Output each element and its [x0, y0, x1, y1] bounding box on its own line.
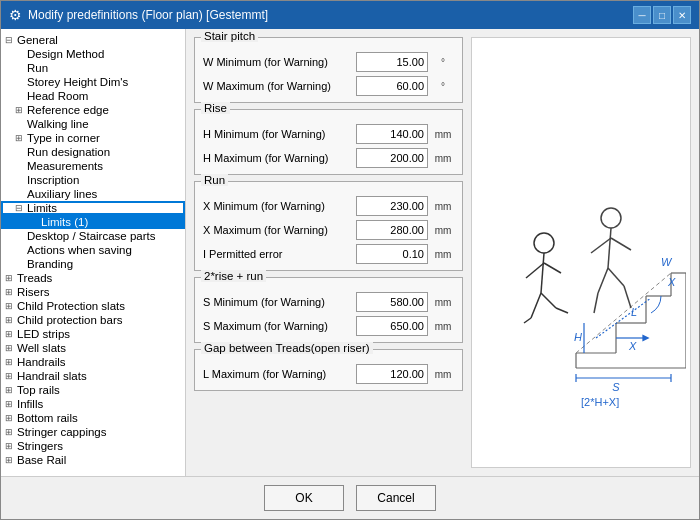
tree-item-storey-height[interactable]: Storey Height Dim's	[1, 75, 185, 89]
tree-item-limits[interactable]: ⊟Limits	[1, 201, 185, 215]
gap-input-0[interactable]	[356, 364, 428, 384]
tree-item-handrails[interactable]: ⊞Handrails	[1, 355, 185, 369]
tree-item-auxiliary-lines[interactable]: Auxiliary lines	[1, 187, 185, 201]
tree-item-base-rail[interactable]: ⊞Base Rail	[1, 453, 185, 467]
tree-item-measurements[interactable]: Measurements	[1, 159, 185, 173]
tree-item-actions[interactable]: Actions when saving	[1, 243, 185, 257]
twice-rise-input-0[interactable]	[356, 292, 428, 312]
cancel-button[interactable]: Cancel	[356, 485, 436, 511]
stair-pitch-unit-0: °	[432, 57, 454, 68]
tree-label-desktop: Desktop / Staircase parts	[27, 230, 155, 242]
tree-label-treads: Treads	[17, 272, 52, 284]
twice-rise-label-1: S Maximum (for Warning)	[203, 320, 352, 332]
gap-unit-0: mm	[432, 369, 454, 380]
tree-item-head-room[interactable]: Head Room	[1, 89, 185, 103]
twice-rise-unit-1: mm	[432, 321, 454, 332]
tree-item-top-rails[interactable]: ⊞Top rails	[1, 383, 185, 397]
stair-pitch-label-0: W Minimum (for Warning)	[203, 56, 352, 68]
tree-label-led-strips: LED strips	[17, 328, 70, 340]
tree-item-walking-line[interactable]: Walking line	[1, 117, 185, 131]
tree-label-head-room: Head Room	[27, 90, 88, 102]
twice-rise-unit-0: mm	[432, 297, 454, 308]
title-bar-left: ⚙ Modify predefinitions (Floor plan) [Ge…	[9, 7, 268, 23]
stair-pitch-input-0[interactable]	[356, 52, 428, 72]
minimize-button[interactable]: ─	[633, 6, 651, 24]
rise-title: Rise	[201, 102, 230, 114]
run-row-2: I Permitted error mm	[203, 244, 454, 264]
tree-item-run-designation[interactable]: Run designation	[1, 145, 185, 159]
tree-label-well-slats: Well slats	[17, 342, 66, 354]
rise-input-0[interactable]	[356, 124, 428, 144]
expand-icon-general: ⊟	[5, 35, 15, 45]
rise-unit-1: mm	[432, 153, 454, 164]
window-icon: ⚙	[9, 7, 22, 23]
expand-icon-top-rails: ⊞	[5, 385, 15, 395]
tree-item-reference-edge[interactable]: ⊞Reference edge	[1, 103, 185, 117]
tree-item-general[interactable]: ⊟General	[1, 33, 185, 47]
svg-text:S: S	[612, 381, 620, 393]
tree-label-actions: Actions when saving	[27, 244, 132, 256]
svg-rect-0	[476, 98, 686, 408]
tree-item-stringer-cappings[interactable]: ⊞Stringer cappings	[1, 425, 185, 439]
gap-label-0: L Maximum (for Warning)	[203, 368, 352, 380]
twice-rise-input-1[interactable]	[356, 316, 428, 336]
tree-label-top-rails: Top rails	[17, 384, 60, 396]
tree-label-stringers: Stringers	[17, 440, 63, 452]
run-input-1[interactable]	[356, 220, 428, 240]
expand-icon-treads: ⊞	[5, 273, 15, 283]
tree-panel: ⊟GeneralDesign MethodRunStorey Height Di…	[1, 29, 186, 476]
expand-icon-led-strips: ⊞	[5, 329, 15, 339]
tree-item-limits-1[interactable]: Limits (1)	[1, 215, 185, 229]
rise-input-1[interactable]	[356, 148, 428, 168]
svg-text:[2*H+X]: [2*H+X]	[581, 396, 619, 408]
run-label-0: X Minimum (for Warning)	[203, 200, 352, 212]
tree-item-child-protection[interactable]: ⊞Child Protection slats	[1, 299, 185, 313]
tree-label-handrails: Handrails	[17, 356, 66, 368]
diagram-area: X H W X L S [2	[471, 37, 691, 468]
tree-item-handrail-slats[interactable]: ⊞Handrail slats	[1, 369, 185, 383]
svg-text:X: X	[628, 340, 637, 352]
expand-icon-infills: ⊞	[5, 399, 15, 409]
stair-pitch-label-1: W Maximum (for Warning)	[203, 80, 352, 92]
content-area: ⊟GeneralDesign MethodRunStorey Height Di…	[1, 29, 699, 476]
tree-item-desktop[interactable]: Desktop / Staircase parts	[1, 229, 185, 243]
tree-item-design-method[interactable]: Design Method	[1, 47, 185, 61]
ok-button[interactable]: OK	[264, 485, 344, 511]
tree-item-well-slats[interactable]: ⊞Well slats	[1, 341, 185, 355]
expand-icon-reference-edge: ⊞	[15, 105, 25, 115]
twice-rise-label-0: S Minimum (for Warning)	[203, 296, 352, 308]
tree-label-base-rail: Base Rail	[17, 454, 66, 466]
expand-icon-stringer-cappings: ⊞	[5, 427, 15, 437]
tree-label-auxiliary-lines: Auxiliary lines	[27, 188, 97, 200]
tree-item-treads[interactable]: ⊞Treads	[1, 271, 185, 285]
run-row-0: X Minimum (for Warning) mm	[203, 196, 454, 216]
stair-pitch-row-1: W Maximum (for Warning) °	[203, 76, 454, 96]
tree-item-stringers[interactable]: ⊞Stringers	[1, 439, 185, 453]
tree-label-infills: Infills	[17, 398, 43, 410]
expand-icon-base-rail: ⊞	[5, 455, 15, 465]
tree-item-bottom-rails[interactable]: ⊞Bottom rails	[1, 411, 185, 425]
tree-item-led-strips[interactable]: ⊞LED strips	[1, 327, 185, 341]
tree-item-child-protection-bars[interactable]: ⊞Child protection bars	[1, 313, 185, 327]
tree-item-type-in-corner[interactable]: ⊞Type in corner	[1, 131, 185, 145]
tree-item-branding[interactable]: Branding	[1, 257, 185, 271]
maximize-button[interactable]: □	[653, 6, 671, 24]
tree-label-stringer-cappings: Stringer cappings	[17, 426, 107, 438]
tree-label-branding: Branding	[27, 258, 73, 270]
run-row-1: X Maximum (for Warning) mm	[203, 220, 454, 240]
stair-pitch-title: Stair pitch	[201, 30, 258, 42]
run-input-0[interactable]	[356, 196, 428, 216]
title-bar: ⚙ Modify predefinitions (Floor plan) [Ge…	[1, 1, 699, 29]
rise-label-1: H Maximum (for Warning)	[203, 152, 352, 164]
stair-pitch-unit-1: °	[432, 81, 454, 92]
rise-row-0: H Minimum (for Warning) mm	[203, 124, 454, 144]
tree-item-infills[interactable]: ⊞Infills	[1, 397, 185, 411]
run-input-2[interactable]	[356, 244, 428, 264]
tree-label-run-designation: Run designation	[27, 146, 110, 158]
tree-item-run[interactable]: Run	[1, 61, 185, 75]
tree-item-inscription[interactable]: Inscription	[1, 173, 185, 187]
stair-pitch-input-1[interactable]	[356, 76, 428, 96]
tree-label-risers: Risers	[17, 286, 50, 298]
close-button[interactable]: ✕	[673, 6, 691, 24]
tree-item-risers[interactable]: ⊞Risers	[1, 285, 185, 299]
